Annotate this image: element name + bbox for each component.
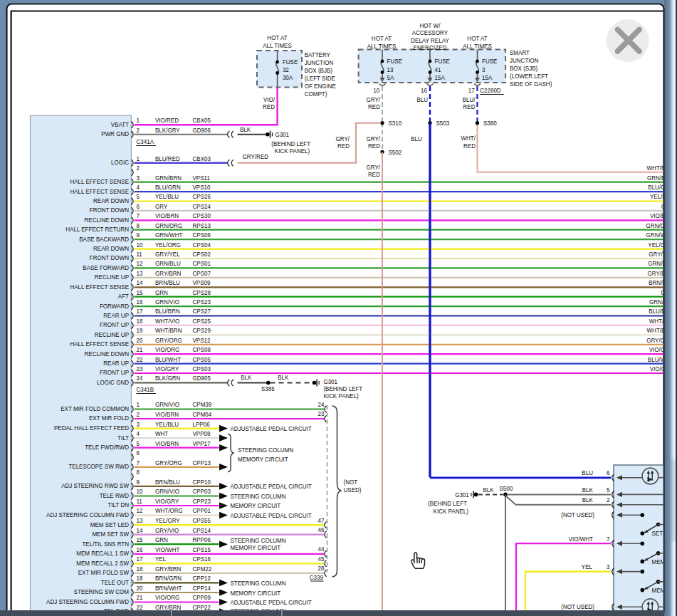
svg-text:7: 7	[607, 535, 609, 543]
svg-text:C341A: C341A	[137, 138, 154, 146]
svg-text:MEM RECALL 2 SW: MEM RECALL 2 SW	[76, 559, 129, 567]
svg-text:CPS30: CPS30	[193, 212, 211, 220]
svg-text:SMART: SMART	[510, 49, 530, 57]
svg-text:GRN/ORG: GRN/ORG	[155, 221, 182, 229]
svg-text:CPM04: CPM04	[193, 410, 212, 418]
svg-text:3: 3	[482, 66, 485, 73]
svg-text:12: 12	[137, 507, 143, 515]
svg-text:(BEHIND LEFT: (BEHIND LEFT	[428, 499, 467, 507]
svg-text:YEL/BLU: YEL/BLU	[155, 193, 179, 201]
svg-text:30A: 30A	[283, 74, 293, 82]
svg-text:RED: RED	[463, 103, 476, 111]
svg-text:FUSE: FUSE	[283, 58, 298, 66]
svg-text:GRN/WHT: GRN/WHT	[646, 231, 674, 239]
svg-text:FRONT UP: FRONT UP	[100, 321, 129, 329]
svg-text:SIDE OF DASH): SIDE OF DASH)	[510, 80, 552, 88]
svg-text:BLU/GRN: BLU/GRN	[155, 183, 181, 191]
svg-text:46: 46	[318, 526, 325, 533]
svg-text:5: 5	[137, 193, 140, 201]
svg-text:CPS08: CPS08	[193, 345, 211, 353]
svg-text:MEMORY CIRCUIT: MEMORY CIRCUIT	[230, 502, 280, 510]
svg-text:TELESCOPE SW RWD: TELESCOPE SW RWD	[68, 463, 129, 471]
svg-text:BRN/BLU: BRN/BLU	[155, 279, 180, 287]
svg-text:CPS04: CPS04	[193, 241, 211, 249]
svg-text:KICK PANEL): KICK PANEL)	[275, 147, 310, 155]
svg-text:GRN: GRN	[661, 288, 673, 296]
svg-text:ALL TIMES: ALL TIMES	[463, 42, 492, 50]
svg-text:TEL/TIL SNS RTN: TEL/TIL SNS RTN	[82, 540, 129, 548]
svg-text:PEDAL HALL EFFECT FEED: PEDAL HALL EFFECT FEED	[54, 424, 129, 432]
svg-text:CPS24: CPS24	[193, 202, 211, 210]
svg-text:18: 18	[137, 565, 143, 573]
svg-text:3: 3	[607, 563, 609, 570]
svg-text:2: 2	[137, 164, 140, 172]
svg-text:HALL EFFECT SENSE: HALL EFFECT SENSE	[70, 187, 129, 195]
svg-text:16: 16	[137, 298, 143, 306]
svg-text:14: 14	[137, 279, 143, 287]
svg-text:GRY/ORG: GRY/ORG	[155, 336, 182, 344]
svg-text:23: 23	[137, 365, 143, 372]
svg-text:GRN: GRN	[155, 536, 168, 543]
svg-text:MEM RECALL 1 SW: MEM RECALL 1 SW	[76, 550, 129, 558]
svg-text:REAR UP: REAR UP	[103, 359, 129, 367]
svg-text:GRY/RED: GRY/RED	[243, 153, 269, 161]
svg-text:16: 16	[137, 545, 143, 553]
svg-text:BLU: BLU	[416, 96, 428, 104]
svg-text:C339: C339	[310, 573, 323, 581]
svg-text:20: 20	[137, 336, 143, 344]
svg-text:MEMORY CIRCUIT: MEMORY CIRCUIT	[230, 589, 280, 597]
svg-text:CPP03: CPP03	[193, 488, 211, 496]
svg-text:TELE FWD/RWD: TELE FWD/RWD	[85, 443, 129, 451]
svg-text:1: 1	[137, 116, 140, 124]
svg-text:VBATT: VBATT	[111, 120, 130, 128]
svg-text:YEL/ORG: YEL/ORG	[648, 241, 673, 249]
svg-text:MEM SET LED: MEM SET LED	[90, 521, 130, 528]
svg-text:HOT AT: HOT AT	[267, 34, 288, 42]
svg-text:4: 4	[137, 429, 140, 437]
svg-text:15: 15	[137, 288, 143, 296]
svg-text:BRN/BLU: BRN/BLU	[155, 478, 180, 486]
svg-text:44: 44	[318, 545, 325, 553]
svg-text:C341B: C341B	[137, 386, 154, 394]
svg-text:FUSE: FUSE	[387, 58, 402, 66]
svg-text:CPS02: CPS02	[193, 250, 211, 258]
svg-text:11: 11	[137, 250, 142, 258]
svg-text:CPS23: CPS23	[193, 298, 211, 306]
svg-text:BATTERY: BATTERY	[305, 51, 330, 59]
svg-text:LOGIC: LOGIC	[111, 159, 129, 167]
svg-text:STEERING COLUMN: STEERING COLUMN	[238, 446, 293, 454]
svg-text:BASE BACKWARD: BASE BACKWARD	[79, 235, 129, 243]
svg-text:13: 13	[137, 516, 143, 524]
svg-text:JUNCTION: JUNCTION	[510, 57, 539, 65]
svg-text:BLU/RED: BLU/RED	[155, 155, 180, 162]
svg-text:21: 21	[137, 594, 143, 602]
svg-text:HOT AT: HOT AT	[372, 35, 392, 43]
svg-text:YEL/BLU: YEL/BLU	[155, 420, 179, 428]
svg-text:RED: RED	[263, 103, 275, 111]
svg-text:FUSE: FUSE	[482, 58, 497, 66]
svg-text:BLU: BLU	[411, 135, 422, 143]
svg-text:HOT W/: HOT W/	[420, 21, 441, 29]
svg-text:MEMORY CIRCUIT: MEMORY CIRCUIT	[230, 543, 280, 551]
svg-text:ADJ STEERING COLUMN FWD: ADJ STEERING COLUMN FWD	[46, 597, 129, 605]
svg-text:S503: S503	[436, 120, 449, 127]
svg-text:20: 20	[137, 584, 143, 592]
svg-text:S380: S380	[483, 120, 497, 127]
svg-text:CPP23: CPP23	[193, 497, 211, 505]
svg-text:19: 19	[137, 575, 143, 583]
svg-text:CPM39: CPM39	[193, 401, 212, 409]
svg-text:GRY: GRY	[155, 202, 167, 210]
svg-text:RED: RED	[368, 171, 380, 179]
svg-text:GRN/VIO: GRN/VIO	[155, 401, 179, 409]
svg-text:BRN/BLU: BRN/BLU	[649, 279, 673, 287]
svg-text:GRY/VIO: GRY/VIO	[155, 526, 179, 534]
svg-text:RED: RED	[368, 142, 380, 150]
svg-text:YEL: YEL	[582, 563, 592, 570]
svg-text:12: 12	[137, 260, 143, 268]
svg-text:GD905: GD905	[193, 375, 211, 382]
svg-text:CPS55: CPS55	[193, 516, 211, 524]
svg-text:GRY/BRN: GRY/BRN	[155, 269, 181, 277]
svg-text:WHT/: WHT/	[461, 135, 476, 142]
svg-text:23: 23	[318, 410, 325, 418]
svg-text:10: 10	[137, 488, 143, 496]
